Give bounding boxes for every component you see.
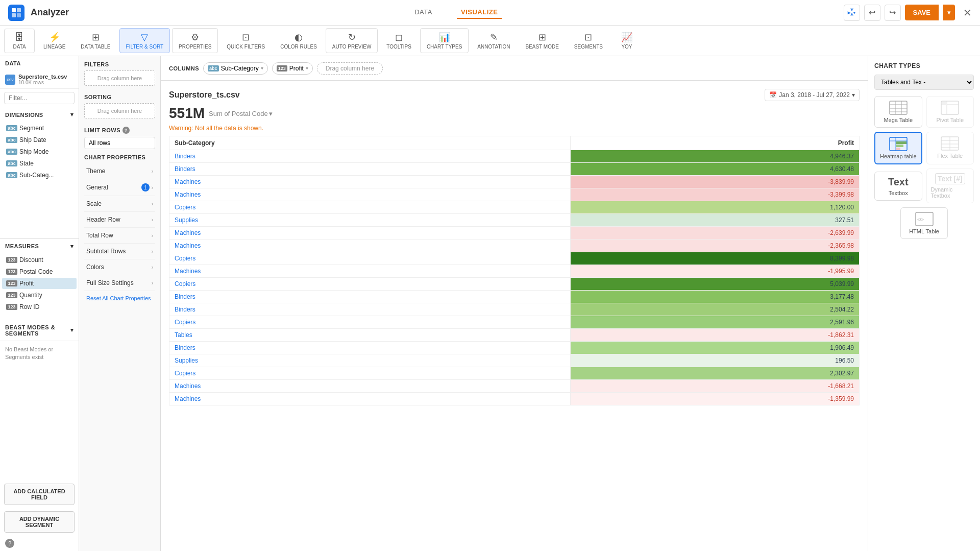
redo-btn[interactable]: ↪ [885, 5, 901, 21]
save-arrow-btn[interactable]: ▾ [943, 5, 955, 20]
subcategory-cell[interactable]: Copiers [169, 316, 571, 329]
field-segment[interactable]: abc Segment [2, 123, 77, 134]
date-range-picker[interactable]: 📅 Jan 3, 2018 - Jul 27, 2022 ▾ [765, 89, 860, 101]
toolbar-color-rules[interactable]: ◐ COLOR RULES [274, 28, 324, 53]
data-section-header[interactable]: DATA [0, 56, 79, 70]
nav-data[interactable]: DATA [410, 6, 436, 19]
chart-type-textbox[interactable]: Text Textbox [874, 172, 922, 201]
chart-content: Superstore_ts.csv 📅 Jan 3, 2018 - Jul 27… [161, 81, 868, 551]
limit-rows-input[interactable] [84, 137, 155, 149]
toolbar-data[interactable]: 🗄 DATA [4, 29, 35, 53]
table-row: Tables-1,862.31 [169, 329, 860, 342]
add-calculated-field-btn[interactable]: ADD CALCULATED FIELD [4, 484, 75, 505]
toolbar-auto-preview[interactable]: ↻ AUTO PREVIEW [326, 28, 378, 53]
subcategory-cell[interactable]: Copiers [169, 252, 571, 265]
subcategory-cell[interactable]: Machines [169, 380, 571, 393]
app-logo [8, 5, 24, 21]
settings-icon-btn[interactable] [844, 5, 860, 21]
subcategory-cell[interactable]: Machines [169, 239, 571, 252]
chart-type-html-table[interactable]: </> HTML Table [900, 207, 948, 239]
columns-drag-zone[interactable]: Drag column here [317, 62, 383, 75]
chart-type-heatmap-table[interactable]: Heatmap table [874, 132, 922, 164]
column-pill-subcategory[interactable]: abc Sub-Category ▾ [203, 62, 268, 75]
measures-header[interactable]: MEASURES ▾ [0, 238, 79, 254]
prop-theme[interactable]: Theme › [84, 163, 155, 179]
field-quantity[interactable]: 123 Quantity [2, 290, 77, 301]
help-btn[interactable]: ? [0, 536, 79, 551]
subcategory-cell[interactable]: Binders [169, 163, 571, 176]
right-sidebar-title: CHART TYPES [874, 62, 974, 69]
subcategory-cell[interactable]: Supplies [169, 214, 571, 227]
profit-cell: 2,302.97 [571, 367, 860, 380]
col-header-subcategory[interactable]: Sub-Category [169, 136, 571, 150]
subcategory-cell[interactable]: Binders [169, 291, 571, 303]
add-dynamic-segment-btn[interactable]: ADD DYNAMIC SEGMENT [4, 511, 75, 533]
close-btn[interactable]: ✕ [963, 7, 972, 19]
nav-visualize[interactable]: VISUALIZE [457, 6, 502, 19]
subcategory-cell[interactable]: Tables [169, 329, 571, 342]
save-btn[interactable]: SAVE [905, 5, 939, 20]
toolbar-datatable[interactable]: ⊞ DATA TABLE [74, 28, 117, 53]
subcategory-cell[interactable]: Copiers [169, 201, 571, 214]
field-ship-date[interactable]: abc Ship Date [2, 134, 77, 146]
toolbar-tooltips[interactable]: ◻ TOOLTIPS [380, 28, 418, 53]
field-ship-mode[interactable]: abc Ship Mode [2, 146, 77, 157]
field-postal-code[interactable]: 123 Postal Code [2, 266, 77, 277]
subcategory-cell[interactable]: Machines [169, 176, 571, 188]
field-discount[interactable]: 123 Discount [2, 254, 77, 266]
subcategory-cell[interactable]: Supplies [169, 354, 571, 367]
field-state[interactable]: abc State [2, 158, 77, 169]
beast-modes-content: No Beast Modes or Segments exist [0, 341, 79, 365]
chart-type-flex-table[interactable]: Flex Table [926, 132, 974, 164]
subcategory-cell[interactable]: Copiers [169, 278, 571, 291]
toolbar-annotation[interactable]: ✎ ANNOTATION [471, 28, 517, 53]
subcategory-cell[interactable]: Binders [169, 303, 571, 316]
subcategory-cell[interactable]: Machines [169, 227, 571, 239]
table-wrapper: Sub-Category Profit Binders4,946.37Binde… [169, 136, 860, 543]
chart-type-dropdown[interactable]: Tables and Tex - [874, 75, 974, 90]
chart-type-mega-table[interactable]: Mega Table [874, 96, 922, 128]
column-pill-profit[interactable]: 123 Profit ▾ [272, 62, 313, 75]
metric-label[interactable]: Sum of Postal Code ▾ [209, 110, 273, 117]
prop-total-row[interactable]: Total Row › [84, 228, 155, 244]
field-row-id[interactable]: 123 Row ID [2, 301, 77, 313]
toolbar-lineage[interactable]: ⚡ LINEAGE [37, 28, 72, 53]
subcategory-cell[interactable]: Machines [169, 265, 571, 278]
subcategory-cell[interactable]: Machines [169, 188, 571, 201]
table-row: Binders1,906.49 [169, 342, 860, 354]
toolbar-quick-filters[interactable]: ⊡ QUICK FILTERS [220, 28, 272, 53]
undo-btn[interactable]: ↩ [864, 5, 880, 21]
col-header-profit[interactable]: Profit [571, 136, 860, 150]
prop-general[interactable]: General 1 › [84, 179, 155, 196]
dimensions-header[interactable]: DIMENSIONS ▾ [0, 107, 79, 122]
toolbar-properties[interactable]: ⚙ PROPERTIES [172, 28, 218, 53]
toolbar-yoy[interactable]: 📈 YOY [611, 28, 642, 53]
prop-header-row[interactable]: Header Row › [84, 212, 155, 228]
subcategory-cell[interactable]: Machines [169, 393, 571, 405]
field-profit[interactable]: 123 Profit [2, 278, 77, 289]
beast-modes-header[interactable]: BEAST MODES & SEGMENTS ▾ [0, 320, 79, 341]
prop-scale[interactable]: Scale › [84, 196, 155, 212]
search-input[interactable] [4, 92, 75, 104]
profit-cell: -2,639.99 [571, 227, 860, 239]
sorting-drag-zone[interactable]: Drag column here [84, 103, 155, 118]
prop-colors[interactable]: Colors › [84, 259, 155, 275]
toolbar-filter-sort[interactable]: ▽ FILTER & SORT [119, 28, 170, 53]
filters-drag-zone[interactable]: Drag column here [84, 70, 155, 86]
toolbar-segments[interactable]: ⊡ SEGMENTS [568, 28, 609, 53]
toolbar-beast-mode[interactable]: ⊞ BEAST MODE [519, 28, 565, 53]
subcategory-cell[interactable]: Binders [169, 150, 571, 163]
top-bar: Analyzer DATA VISUALIZE ↩ ↪ SAVE ▾ ✕ [0, 0, 980, 26]
toolbar: 🗄 DATA ⚡ LINEAGE ⊞ DATA TABLE ▽ FILTER &… [0, 26, 980, 56]
subcategory-cell[interactable]: Binders [169, 342, 571, 354]
reset-chart-props-link[interactable]: Reset All Chart Properties [84, 291, 155, 305]
prop-full-size[interactable]: Full Size Settings › [84, 275, 155, 291]
prop-subtotal-rows[interactable]: Subtotal Rows › [84, 244, 155, 259]
profit-cell: -2,365.98 [571, 239, 860, 252]
field-sub-category[interactable]: abc Sub-Categ... [2, 170, 77, 181]
chart-type-pivot-table[interactable]: Pivot Table [926, 96, 974, 128]
subcategory-cell[interactable]: Copiers [169, 367, 571, 380]
toolbar-chart-types[interactable]: 📊 CHART TYPES [420, 28, 469, 53]
chart-type-dynamic-textbox[interactable]: Text [#] Dynamic Textbox [926, 169, 974, 203]
table-row: Machines-2,365.98 [169, 239, 860, 252]
